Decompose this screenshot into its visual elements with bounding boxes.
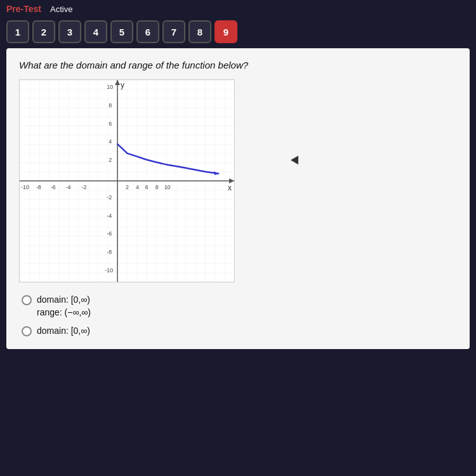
graph-svg: x y -10 -8 -6 -4 -2 2 4 6 8 10 10 8 6 4 … (20, 80, 234, 282)
top-bar: Pre-Test Active (0, 0, 476, 18)
svg-text:6: 6 (109, 121, 112, 127)
option-row-1: domain: [0,∞) range: (−∞,∞) (22, 294, 457, 319)
svg-text:2: 2 (109, 157, 112, 163)
svg-text:-8: -8 (36, 184, 41, 190)
svg-text:-10: -10 (105, 267, 113, 274)
svg-text:-4: -4 (66, 184, 71, 190)
option-text-1: domain: [0,∞) range: (−∞,∞) (37, 294, 91, 319)
svg-text:4: 4 (109, 138, 112, 145)
option-radio-2[interactable] (22, 326, 32, 336)
status-badge: Active (50, 4, 72, 14)
svg-text:x: x (228, 183, 232, 192)
option-text-2: domain: [0,∞) (37, 325, 90, 338)
tab-btn-6[interactable]: 6 (136, 20, 159, 43)
svg-text:8: 8 (155, 184, 159, 190)
svg-text:-6: -6 (51, 184, 56, 190)
option-radio-1[interactable] (22, 295, 32, 305)
question-text: What are the domain and range of the fun… (19, 60, 457, 70)
svg-text:2: 2 (126, 184, 129, 190)
svg-text:10: 10 (164, 184, 171, 190)
tab-btn-5[interactable]: 5 (110, 20, 133, 43)
svg-text:8: 8 (109, 102, 112, 109)
svg-text:-2: -2 (107, 194, 112, 201)
tab-btn-9[interactable]: 9 (215, 20, 237, 43)
svg-text:-8: -8 (107, 249, 112, 255)
tab-btn-7[interactable]: 7 (162, 20, 185, 43)
svg-text:-4: -4 (107, 213, 112, 219)
option-row-2: domain: [0,∞) (22, 325, 457, 338)
svg-text:6: 6 (145, 184, 149, 190)
tab-btn-3[interactable]: 3 (58, 20, 81, 43)
svg-text:4: 4 (136, 184, 139, 190)
options-area: domain: [0,∞) range: (−∞,∞) domain: [0,∞… (19, 294, 457, 338)
main-content: What are the domain and range of the fun… (6, 48, 470, 349)
svg-text:-6: -6 (107, 230, 112, 237)
svg-text:-2: -2 (81, 184, 86, 190)
svg-text:y: y (121, 81, 124, 89)
tab-btn-1[interactable]: 1 (6, 20, 29, 43)
question-tabs: 123456789 (0, 18, 476, 48)
tab-btn-4[interactable]: 4 (84, 20, 107, 43)
app-title: Pre-Test (6, 4, 41, 14)
svg-text:10: 10 (107, 84, 113, 90)
tab-btn-8[interactable]: 8 (188, 20, 211, 43)
graph-container: x y -10 -8 -6 -4 -2 2 4 6 8 10 10 8 6 4 … (19, 79, 235, 282)
tab-btn-2[interactable]: 2 (32, 20, 55, 43)
svg-text:-10: -10 (21, 184, 29, 190)
